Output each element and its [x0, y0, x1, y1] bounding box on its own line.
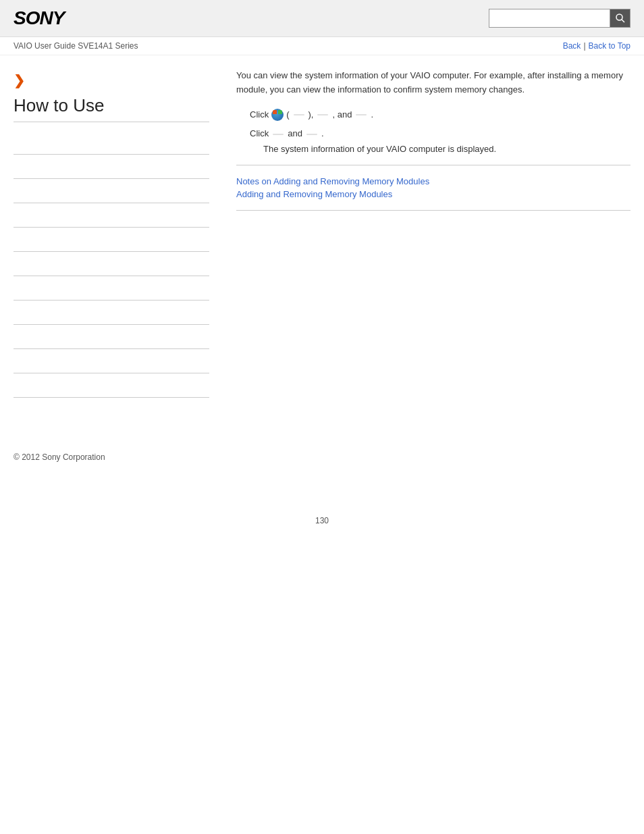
- related-link-2[interactable]: Adding and Removing Memory Modules: [236, 189, 630, 199]
- content-divider-bottom: [236, 210, 630, 211]
- content-divider: [236, 165, 630, 165]
- header: SONY: [0, 0, 644, 37]
- list-item[interactable]: [14, 155, 209, 179]
- nav-bar: VAIO User Guide SVE14A1 Series Back | Ba…: [0, 37, 644, 55]
- windows-start-icon: [271, 109, 284, 121]
- search-input[interactable]: [489, 9, 610, 28]
- step2-period: .: [321, 127, 324, 141]
- list-item[interactable]: [14, 373, 209, 398]
- list-item[interactable]: [14, 325, 209, 349]
- list-item[interactable]: [14, 203, 209, 228]
- step1-item2: [317, 114, 328, 115]
- list-item[interactable]: [14, 301, 209, 325]
- back-link[interactable]: Back: [563, 41, 581, 51]
- list-item[interactable]: [14, 228, 209, 252]
- related-link-1[interactable]: Notes on Adding and Removing Memory Modu…: [236, 176, 630, 186]
- step2-result: The system information of your VAIO comp…: [250, 144, 630, 154]
- step1-prefix: Click: [250, 108, 269, 122]
- list-item[interactable]: [14, 130, 209, 155]
- step1-and: , and: [332, 108, 352, 122]
- sony-logo: SONY: [14, 7, 64, 29]
- search-icon: [615, 13, 626, 24]
- search-button[interactable]: [610, 9, 630, 28]
- content-area: You can view the system information of y…: [223, 69, 630, 398]
- header-search-area: [489, 9, 630, 28]
- list-item[interactable]: [14, 252, 209, 276]
- nav-links: Back | Back to Top: [563, 41, 630, 51]
- guide-title: VAIO User Guide SVE14A1 Series: [14, 41, 138, 51]
- chevron-icon: ❯: [14, 73, 25, 88]
- step-1-block: Click ( ), , and .: [236, 108, 630, 122]
- step2-prefix: Click: [250, 127, 269, 141]
- list-item[interactable]: [14, 276, 209, 301]
- step1-period: .: [371, 108, 373, 122]
- chevron-area: ❯: [14, 72, 209, 88]
- page-number: 130: [0, 516, 644, 539]
- step2-item2: [306, 134, 317, 135]
- sidebar-title: How to Use: [14, 95, 209, 122]
- main-content: ❯ How to Use You can view the system inf…: [0, 55, 644, 411]
- step2-item1: [273, 134, 284, 135]
- list-item[interactable]: [14, 179, 209, 203]
- step2-and: and: [288, 127, 302, 141]
- svg-point-0: [616, 14, 622, 20]
- step-1-line: Click ( ), , and .: [250, 108, 630, 122]
- footer: © 2012 Sony Corporation: [0, 438, 644, 475]
- sidebar-nav: [14, 130, 209, 398]
- related-links: Notes on Adding and Removing Memory Modu…: [236, 176, 630, 199]
- back-to-top-link[interactable]: Back to Top: [589, 41, 631, 51]
- svg-line-1: [622, 20, 624, 22]
- step-2-line: Click and .: [250, 127, 630, 141]
- content-intro: You can view the system information of y…: [236, 69, 630, 97]
- step1-paren-open: (: [286, 108, 289, 122]
- step1-item3: [356, 114, 367, 115]
- sidebar: ❯ How to Use: [14, 69, 223, 398]
- step-2-block: Click and . The system information of yo…: [236, 127, 630, 154]
- step1-paren-close: ),: [308, 108, 314, 122]
- list-item[interactable]: [14, 349, 209, 373]
- copyright: © 2012 Sony Corporation: [14, 452, 105, 462]
- step1-item1: [294, 114, 304, 115]
